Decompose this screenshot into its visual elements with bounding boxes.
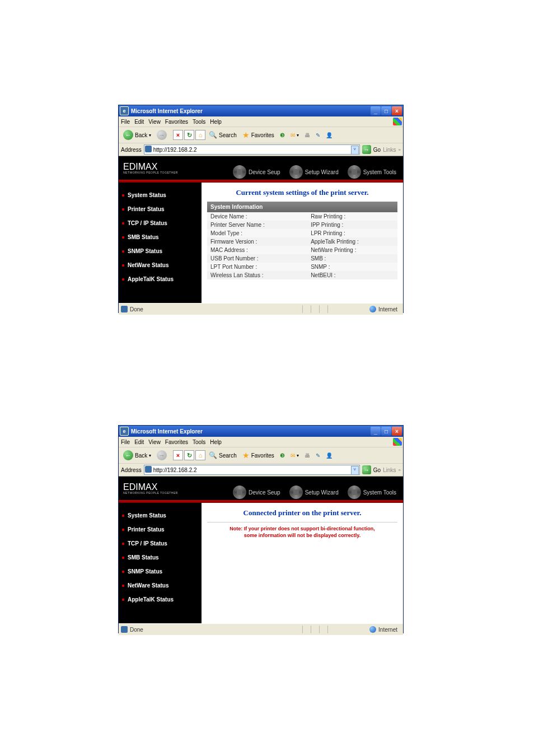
sidebar-item-appletalk-status[interactable]: AppleTalK Status xyxy=(119,592,202,606)
tab-system-tools[interactable]: System Tools xyxy=(343,484,401,500)
section-header: System Information xyxy=(207,202,397,212)
tab-device-setup[interactable]: Device Seup xyxy=(228,484,285,500)
menu-help[interactable]: Help xyxy=(210,439,222,445)
windows-flag-icon xyxy=(393,438,402,446)
tab-label: System Tools xyxy=(363,489,396,496)
sidebar-item-tcpip-status[interactable]: TCP / IP Status xyxy=(119,216,202,230)
cell-mac-address: MAC Address : xyxy=(207,246,307,254)
menu-file[interactable]: File xyxy=(121,119,130,125)
logo-text: EDIMAX xyxy=(123,482,157,492)
sidebar-item-appletalk-status[interactable]: AppleTalK Status xyxy=(119,272,202,286)
stop-button[interactable]: × xyxy=(173,450,183,460)
sidebar-item-system-status[interactable]: System Status xyxy=(119,508,202,522)
minimize-button[interactable]: _ xyxy=(371,106,381,115)
maximize-button[interactable]: □ xyxy=(381,106,391,115)
back-button[interactable]: ← Back ▾ xyxy=(121,449,153,461)
sidebar-item-printer-status[interactable]: Printer Status xyxy=(119,202,202,216)
edit-icon: ✎ xyxy=(316,452,320,459)
go-button[interactable]: → xyxy=(362,465,371,474)
tab-setup-wizard[interactable]: Setup Wizard xyxy=(285,164,343,180)
go-button[interactable]: → xyxy=(362,145,371,154)
favorites-button[interactable]: ★ Favorites xyxy=(240,450,277,461)
sidebar-item-snmp-status[interactable]: SNMP Status xyxy=(119,244,202,258)
address-dropdown-icon[interactable]: v xyxy=(351,466,359,475)
edit-button[interactable]: ✎ xyxy=(313,451,322,460)
back-button[interactable]: ← Back ▾ xyxy=(121,129,153,141)
tab-label: System Tools xyxy=(363,169,396,175)
print-button[interactable]: 🖶 xyxy=(302,131,312,139)
favorites-button[interactable]: ★ Favorites xyxy=(240,129,277,141)
menu-view[interactable]: View xyxy=(148,119,161,125)
print-button[interactable]: 🖶 xyxy=(302,451,312,460)
star-icon: ★ xyxy=(242,130,250,139)
close-button[interactable]: × xyxy=(392,106,402,115)
sidebar-item-printer-status[interactable]: Printer Status xyxy=(119,522,202,536)
menu-help[interactable]: Help xyxy=(210,119,222,125)
address-input[interactable] xyxy=(144,144,360,155)
menu-file[interactable]: File xyxy=(121,439,130,445)
cell-lpt-port: LPT Port Number : xyxy=(207,263,307,271)
sidebar-item-system-status[interactable]: System Status xyxy=(119,188,202,202)
sidebar-item-smb-status[interactable]: SMB Status xyxy=(119,230,202,244)
sidebar-item-tcpip-status[interactable]: TCP / IP Status xyxy=(119,536,202,550)
sidebar-item-smb-status[interactable]: SMB Status xyxy=(119,550,202,564)
menu-edit[interactable]: Edit xyxy=(134,439,144,445)
sidebar-item-snmp-status[interactable]: SNMP Status xyxy=(119,564,202,578)
edimax-logo: EDIMAX NETWORKING PEOPLE TOGETHER xyxy=(119,483,178,494)
page-heading: Current system settings of the print ser… xyxy=(207,188,397,197)
messenger-button[interactable]: 👤 xyxy=(324,131,335,139)
address-bar: Address v → Go Links » xyxy=(119,464,403,477)
search-button[interactable]: 🔍 Search xyxy=(207,450,239,460)
cell-appletalk-printing: AppleTalk Printing : xyxy=(307,237,397,246)
mail-button[interactable]: ✉▾ xyxy=(288,131,301,139)
tab-label: Setup Wizard xyxy=(305,489,339,496)
stop-button[interactable]: × xyxy=(173,130,183,140)
messenger-button[interactable]: 👤 xyxy=(324,451,335,460)
forward-icon: → xyxy=(157,450,167,460)
search-button[interactable]: 🔍 Search xyxy=(207,130,239,140)
messenger-icon: 👤 xyxy=(326,132,332,138)
menu-view[interactable]: View xyxy=(148,439,161,445)
menu-tools[interactable]: Tools xyxy=(193,119,205,125)
forward-icon: → xyxy=(157,130,167,140)
cell-netbeui: NetBEUI : xyxy=(307,271,397,279)
go-label: Go xyxy=(373,467,381,473)
edit-button[interactable]: ✎ xyxy=(313,131,322,139)
page-heading: Connected printer on the print server. xyxy=(207,508,397,517)
chevron-icon[interactable]: » xyxy=(399,468,401,473)
menu-edit[interactable]: Edit xyxy=(134,119,144,125)
sidebar-item-netware-status[interactable]: NetWare Status xyxy=(119,578,202,592)
tab-setup-wizard[interactable]: Setup Wizard xyxy=(285,484,343,500)
refresh-button[interactable]: ↻ xyxy=(184,450,194,460)
chevron-icon[interactable]: » xyxy=(399,147,401,152)
links-label[interactable]: Links xyxy=(383,147,396,153)
menu-tools[interactable]: Tools xyxy=(193,439,205,445)
tab-system-tools[interactable]: System Tools xyxy=(343,164,401,180)
system-info-table: Device Name :Raw Printing : Printer Serv… xyxy=(207,212,397,279)
tab-device-setup[interactable]: Device Seup xyxy=(228,164,285,180)
home-button[interactable]: ⌂ xyxy=(195,130,205,140)
address-dropdown-icon[interactable]: v xyxy=(351,146,359,155)
history-button[interactable]: ❸ xyxy=(278,131,287,139)
back-icon: ← xyxy=(123,130,133,140)
forward-button[interactable]: → xyxy=(154,129,169,141)
links-label[interactable]: Links xyxy=(383,467,396,473)
minimize-button[interactable]: _ xyxy=(371,427,381,436)
maximize-button[interactable]: □ xyxy=(381,427,391,436)
favorites-label: Favorites xyxy=(251,452,274,459)
cell-ipp-printing: IPP Printing : xyxy=(307,221,397,229)
address-input[interactable] xyxy=(144,465,360,475)
mail-button[interactable]: ✉▾ xyxy=(288,451,301,460)
forward-button[interactable]: → xyxy=(154,449,169,461)
home-button[interactable]: ⌂ xyxy=(195,450,205,460)
menu-favorites[interactable]: Favorites xyxy=(165,119,188,125)
tab-label: Device Seup xyxy=(249,169,280,175)
sidebar-item-netware-status[interactable]: NetWare Status xyxy=(119,258,202,272)
edimax-header: EDIMAX NETWORKING PEOPLE TOGETHER Device… xyxy=(119,477,403,500)
toolbar: ← Back ▾ → · × ↻ ⌂ 🔍 Search ★ Favorites … xyxy=(119,127,403,143)
refresh-button[interactable]: ↻ xyxy=(184,130,194,140)
close-button[interactable]: × xyxy=(392,427,402,436)
menu-favorites[interactable]: Favorites xyxy=(165,439,188,445)
history-button[interactable]: ❸ xyxy=(278,451,287,460)
menubar: File Edit View Favorites Tools Help xyxy=(119,116,403,127)
